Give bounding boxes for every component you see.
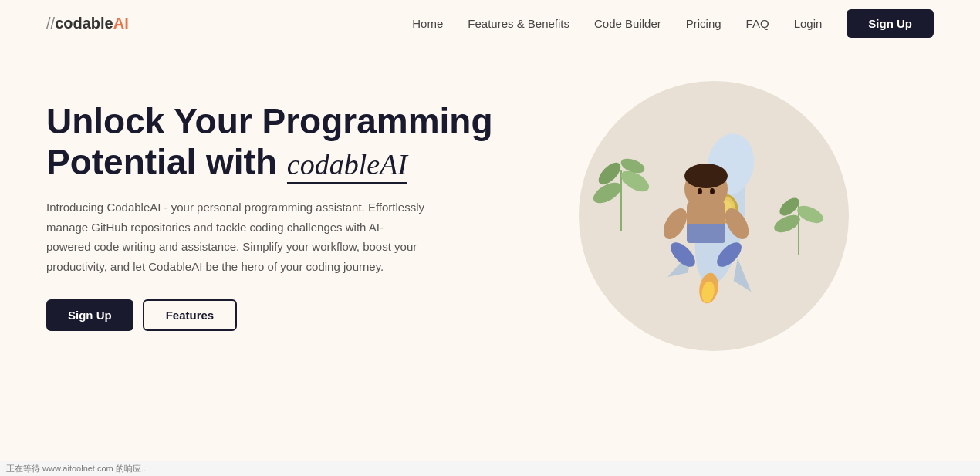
- nav-home[interactable]: Home: [412, 17, 443, 30]
- nav-signup-button[interactable]: Sign Up: [847, 9, 934, 38]
- hero-signup-button[interactable]: Sign Up: [46, 299, 133, 331]
- nav-login[interactable]: Login: [794, 17, 823, 30]
- hero-features-button[interactable]: Features: [143, 299, 238, 331]
- nav-links: Home Features & Benefits Code Builder Pr…: [412, 9, 934, 38]
- nav-code-builder[interactable]: Code Builder: [594, 17, 661, 30]
- hero-title-line2: Potential with: [46, 142, 277, 182]
- navbar: //codableAI Home Features & Benefits Cod…: [0, 0, 980, 46]
- hero-title: Unlock Your Programming Potential with c…: [46, 101, 494, 183]
- svg-point-15: [710, 188, 715, 194]
- svg-point-18: [659, 204, 692, 243]
- hero-section: Unlock Your Programming Potential with c…: [0, 46, 980, 401]
- svg-rect-20: [687, 224, 725, 243]
- hero-illustration: [494, 77, 934, 355]
- hero-svg-wrap: [552, 77, 876, 355]
- hero-content: Unlock Your Programming Potential with c…: [46, 101, 494, 332]
- status-text: 正在等待 www.aitoolnet.com 的响应...: [6, 464, 148, 473]
- logo[interactable]: //codableAI: [46, 15, 129, 32]
- hero-brand-text: codableAI: [287, 148, 407, 184]
- hero-svg: [552, 77, 876, 355]
- logo-text: codable: [55, 15, 113, 32]
- logo-slash: //: [46, 15, 55, 32]
- nav-faq[interactable]: FAQ: [746, 17, 769, 30]
- nav-features-benefits[interactable]: Features & Benefits: [468, 17, 569, 30]
- logo-ai: AI: [113, 15, 129, 32]
- svg-point-13: [684, 164, 728, 188]
- status-bar: 正在等待 www.aitoolnet.com 的响应...: [0, 461, 980, 476]
- hero-description: Introducing CodableAI - your personal pr…: [46, 197, 424, 276]
- nav-pricing[interactable]: Pricing: [686, 17, 721, 30]
- svg-point-14: [698, 188, 702, 194]
- hero-buttons: Sign Up Features: [46, 299, 494, 331]
- hero-title-line1: Unlock Your Programming: [46, 101, 493, 141]
